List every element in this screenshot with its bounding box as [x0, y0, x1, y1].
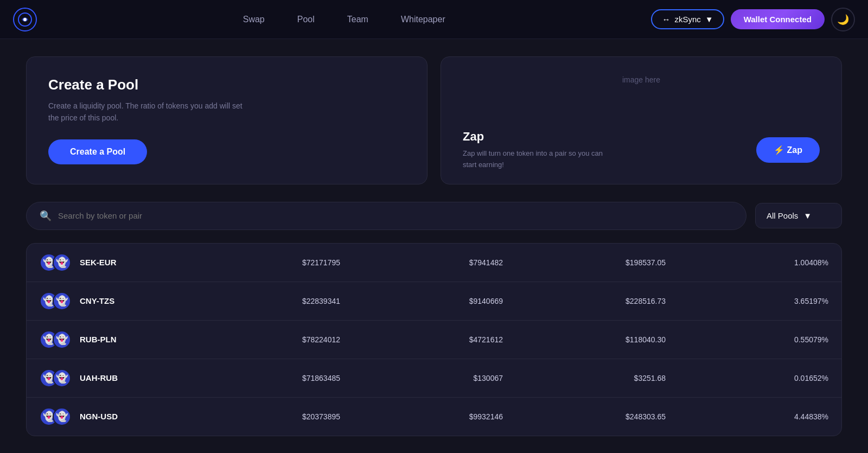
table-row[interactable]: 👻 👻 RUB-PLN $78224012 $4721612 $118040.3…	[27, 321, 841, 359]
filter-dropdown[interactable]: All Pools ▼	[755, 203, 842, 228]
pair-volume: $4721612	[340, 335, 503, 344]
search-row: 🔍 All Pools ▼	[26, 202, 842, 230]
pair-apr: 0.01652%	[666, 374, 828, 382]
pair-apr: 4.44838%	[666, 412, 828, 421]
pair-apr: 0.55079%	[666, 335, 828, 344]
main-content: Create a Pool Create a liquidity pool. T…	[0, 39, 868, 453]
token-icon-2: 👻	[53, 369, 71, 387]
zap-info: Zap Zap will turn one token into a pair …	[463, 130, 604, 171]
chevron-down-icon: ▼	[803, 211, 812, 220]
table-row[interactable]: 👻 👻 NGN-USD $20373895 $9932146 $248303.6…	[27, 398, 841, 436]
pools-table: 👻 👻 SEK-EUR $72171795 $7941482 $198537.0…	[26, 243, 842, 436]
navbar-actions: ↔ zkSync ▼ Wallet Connected 🌙	[651, 8, 855, 31]
nav-swap[interactable]: Swap	[243, 15, 265, 24]
filter-label: All Pools	[767, 211, 798, 220]
pair-name: RUB-PLN	[80, 335, 177, 344]
moon-icon: 🌙	[837, 14, 849, 25]
token-icons: 👻 👻	[40, 330, 71, 349]
pair-liquidity: $20373895	[177, 412, 340, 421]
search-container: 🔍	[26, 202, 746, 230]
navbar: Swap Pool Team Whitepaper ↔ zkSync ▼ Wal…	[0, 0, 868, 39]
token-icons: 👻 👻	[40, 253, 71, 272]
token-icon-2: 👻	[53, 330, 71, 349]
network-icon: ↔	[662, 15, 670, 24]
pair-fees: $118040.30	[503, 335, 666, 344]
pair-name: UAH-RUB	[80, 373, 177, 382]
pair-apr: 3.65197%	[666, 297, 828, 305]
app-logo[interactable]	[13, 8, 37, 31]
table-row[interactable]: 👻 👻 CNY-TZS $22839341 $9140669 $228516.7…	[27, 282, 841, 321]
pair-liquidity: $78224012	[177, 335, 340, 344]
top-cards-row: Create a Pool Create a liquidity pool. T…	[26, 56, 842, 184]
search-icon: 🔍	[40, 210, 52, 222]
token-icon-2: 👻	[53, 253, 71, 272]
token-icons: 👻 👻	[40, 369, 71, 387]
pair-volume: $9932146	[340, 412, 503, 421]
pair-volume: $130067	[340, 374, 503, 382]
pair-fees: $198537.05	[503, 258, 666, 267]
table-row[interactable]: 👻 👻 SEK-EUR $72171795 $7941482 $198537.0…	[27, 244, 841, 282]
zap-card: image here Zap Zap will turn one token i…	[441, 56, 842, 184]
zap-description: Zap will turn one token into a pair so y…	[463, 148, 604, 171]
zap-button[interactable]: ⚡ Zap	[756, 137, 820, 163]
token-icon-2: 👻	[53, 407, 71, 426]
zap-title: Zap	[463, 130, 604, 144]
pair-name: SEK-EUR	[80, 258, 177, 267]
pair-liquidity: $22839341	[177, 297, 340, 305]
token-icon-2: 👻	[53, 292, 71, 310]
pair-liquidity: $71863485	[177, 374, 340, 382]
nav-links: Swap Pool Team Whitepaper	[243, 15, 445, 24]
pair-name: NGN-USD	[80, 412, 177, 421]
nav-whitepaper[interactable]: Whitepaper	[401, 15, 445, 24]
nav-pool[interactable]: Pool	[297, 15, 315, 24]
create-pool-title: Create a Pool	[48, 76, 405, 93]
create-pool-description: Create a liquidity pool. The ratio of to…	[48, 100, 254, 124]
pair-fees: $228516.73	[503, 297, 666, 305]
token-icons: 👻 👻	[40, 292, 71, 310]
image-placeholder: image here	[463, 70, 820, 90]
svg-point-1	[23, 18, 27, 21]
network-selector[interactable]: ↔ zkSync ▼	[651, 9, 724, 29]
theme-toggle[interactable]: 🌙	[831, 8, 855, 31]
pair-apr: 1.00408%	[666, 258, 828, 267]
nav-team[interactable]: Team	[347, 15, 368, 24]
network-label: zkSync	[674, 15, 700, 24]
pair-volume: $9140669	[340, 297, 503, 305]
pair-name: CNY-TZS	[80, 296, 177, 305]
token-icons: 👻 👻	[40, 407, 71, 426]
pair-fees: $248303.65	[503, 412, 666, 421]
create-pool-button[interactable]: Create a Pool	[48, 139, 147, 164]
wallet-button[interactable]: Wallet Connected	[731, 9, 825, 29]
zap-section: Zap Zap will turn one token into a pair …	[463, 130, 820, 171]
pair-volume: $7941482	[340, 258, 503, 267]
pair-liquidity: $72171795	[177, 258, 340, 267]
search-input[interactable]	[58, 211, 733, 220]
create-pool-card: Create a Pool Create a liquidity pool. T…	[26, 56, 427, 184]
pair-fees: $3251.68	[503, 374, 666, 382]
chevron-down-icon: ▼	[705, 15, 713, 24]
table-row[interactable]: 👻 👻 UAH-RUB $71863485 $130067 $3251.68 0…	[27, 359, 841, 398]
